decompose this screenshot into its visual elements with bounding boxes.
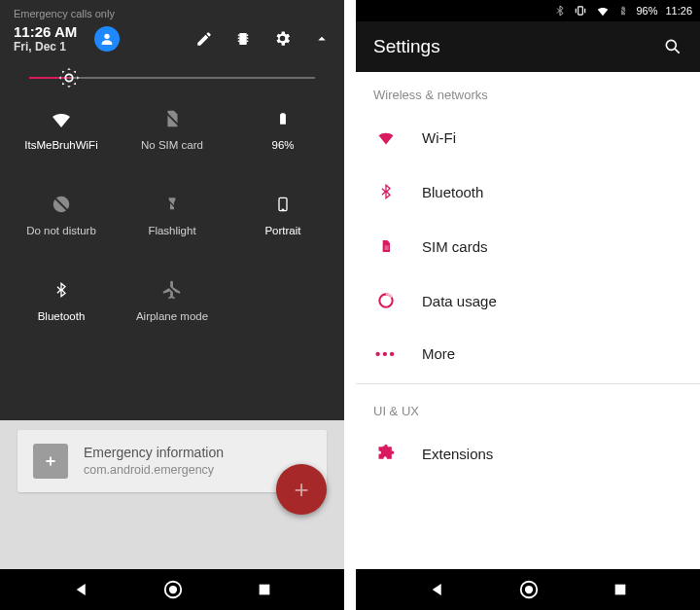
bluetooth-status-icon — [554, 5, 566, 17]
brightness-icon — [58, 67, 80, 89]
tile-label: 96% — [271, 139, 294, 151]
recents-icon — [612, 582, 628, 597]
wifi-icon — [50, 107, 73, 130]
svg-rect-8 — [259, 585, 269, 595]
data-usage-icon — [376, 291, 396, 310]
wifi-status-icon — [595, 4, 611, 18]
edit-button[interactable] — [195, 30, 213, 48]
back-icon — [429, 581, 446, 598]
tile-label: Portrait — [264, 225, 300, 236]
setting-extensions[interactable]: Extensions — [356, 426, 700, 481]
section-ui-ux: UI & UX — [356, 388, 700, 426]
svg-point-0 — [105, 33, 110, 38]
collapse-button[interactable] — [313, 30, 331, 48]
svg-rect-11 — [385, 245, 389, 250]
qs-header: 11:26 AM Fri, Dec 1 — [0, 19, 344, 63]
setting-label: Extensions — [422, 446, 493, 462]
svg-rect-1 — [239, 33, 247, 45]
notification-shade-bg: Emergency information com.android.emerge… — [0, 420, 344, 569]
notification-app-icon — [33, 444, 68, 479]
qs-clock: 11:26 AM Fri, Dec 1 — [14, 23, 77, 54]
no-sim-icon — [161, 107, 183, 130]
notification-text: Emergency information com.android.emerge… — [84, 444, 224, 479]
brightness-track — [29, 77, 315, 79]
nav-recents[interactable] — [612, 582, 628, 597]
date-label: Fri, Dec 1 — [14, 40, 77, 54]
chip-icon — [234, 30, 252, 48]
app-bar: Settings — [356, 21, 700, 72]
user-avatar[interactable] — [94, 26, 120, 52]
back-icon — [73, 581, 90, 598]
device-button[interactable] — [234, 30, 252, 48]
time-label: 11:26 AM — [14, 23, 77, 40]
setting-sim[interactable]: SIM cards — [356, 219, 700, 273]
brightness-slider[interactable] — [0, 63, 344, 85]
setting-label: Data usage — [422, 293, 497, 309]
tile-dnd[interactable]: Do not disturb — [6, 180, 117, 248]
phone-settings: 96% 11:26 Settings Wireless & networks W… — [356, 0, 700, 610]
tile-portrait[interactable]: Portrait — [228, 180, 338, 248]
setting-bluetooth[interactable]: Bluetooth — [356, 164, 700, 219]
tile-battery[interactable]: 96% — [228, 94, 338, 162]
tile-wifi[interactable]: ItsMeBruhWiFi — [6, 94, 117, 162]
setting-label: Wi-Fi — [422, 129, 456, 146]
tile-no-sim[interactable]: No SIM card — [117, 94, 228, 162]
nav-recents[interactable] — [257, 582, 272, 597]
app-title: Settings — [373, 36, 440, 57]
quick-settings-panel: Emergency calls only 11:26 AM Fri, Dec 1 — [0, 0, 344, 610]
tile-bluetooth[interactable]: Bluetooth — [6, 266, 117, 334]
tile-airplane[interactable]: Airplane mode — [117, 266, 228, 334]
search-button[interactable] — [663, 37, 682, 56]
quick-settings-grid: ItsMeBruhWiFi No SIM card 96% Do not dis… — [0, 85, 344, 353]
setting-label: More — [422, 345, 455, 362]
notification-title: Emergency information — [84, 444, 224, 462]
bluetooth-icon — [53, 278, 69, 302]
nav-home[interactable] — [518, 579, 540, 600]
qs-header-actions — [195, 29, 331, 48]
vibrate-icon — [574, 4, 587, 18]
plus-icon: + — [294, 475, 308, 505]
battery-icon — [276, 107, 290, 130]
phone-quick-settings: Emergency calls only 11:26 AM Fri, Dec 1 — [0, 0, 344, 610]
recents-icon — [257, 582, 272, 597]
gear-icon — [273, 29, 292, 48]
flashlight-off-icon — [164, 193, 180, 216]
setting-more[interactable]: ••• More — [356, 328, 700, 379]
fab-add[interactable]: + — [276, 464, 327, 515]
bluetooth-icon — [378, 182, 394, 201]
dnd-off-icon — [51, 194, 72, 215]
person-icon — [99, 31, 115, 47]
settings-list[interactable]: Wireless & networks Wi-Fi Bluetooth SIM … — [356, 72, 700, 481]
navigation-bar — [356, 569, 700, 610]
portrait-icon — [275, 193, 291, 216]
more-icon: ••• — [375, 345, 397, 362]
plus-box-icon — [40, 450, 61, 472]
search-icon — [663, 37, 682, 56]
setting-label: Bluetooth — [422, 184, 483, 200]
setting-label: SIM cards — [422, 238, 488, 255]
setting-data-usage[interactable]: Data usage — [356, 273, 700, 328]
notification-subtitle: com.android.emergency — [84, 462, 224, 479]
status-time: 11:26 — [665, 5, 692, 17]
nav-back[interactable] — [429, 581, 446, 598]
home-icon — [162, 579, 184, 600]
brightness-thumb[interactable] — [58, 67, 80, 89]
svg-point-7 — [169, 586, 177, 593]
extension-icon — [376, 444, 396, 463]
nav-home[interactable] — [162, 579, 184, 600]
nav-back[interactable] — [73, 581, 90, 598]
wifi-icon — [376, 127, 396, 147]
chevron-up-icon — [313, 30, 331, 48]
svg-point-10 — [666, 40, 676, 50]
divider — [356, 383, 700, 384]
svg-rect-15 — [614, 585, 625, 595]
settings-button[interactable] — [273, 29, 292, 48]
tile-flashlight[interactable]: Flashlight — [117, 180, 228, 248]
tile-label: Do not disturb — [26, 225, 96, 236]
airplane-off-icon — [161, 279, 183, 301]
section-wireless: Wireless & networks — [356, 72, 700, 110]
home-icon — [518, 579, 540, 600]
svg-rect-9 — [578, 7, 583, 15]
battery-status-icon — [618, 4, 628, 18]
setting-wifi[interactable]: Wi-Fi — [356, 110, 700, 164]
